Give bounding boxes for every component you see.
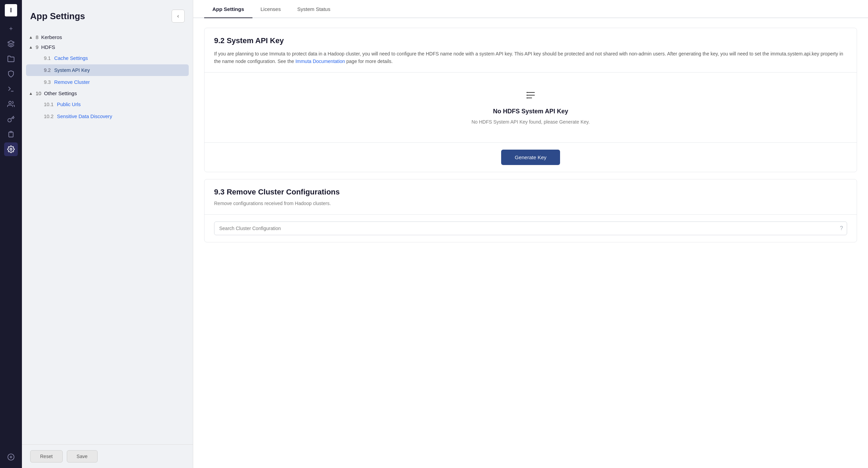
plus-icon[interactable]: + (4, 22, 18, 36)
svg-point-4 (10, 148, 12, 150)
sidebar-nav: ▲ 8 Kerberos ▲ 9 HDFS 9.1 Cache Settings… (22, 29, 193, 444)
svg-point-12 (527, 94, 528, 96)
sidebar-item-system-api-key[interactable]: 9.2 System API Key (26, 64, 189, 76)
nav-item-label: Sensitive Data Discovery (57, 114, 112, 119)
svg-point-11 (527, 92, 528, 93)
nav-item-num: 9.1 (44, 55, 51, 61)
tabs-bar: App Settings Licenses System Status (193, 0, 868, 18)
tab-licenses[interactable]: Licenses (252, 0, 289, 18)
sidebar-item-other-settings[interactable]: ▲ 10 Other Settings (22, 88, 193, 98)
remove-cluster-body: 9.3 Remove Cluster Configurations Remove… (204, 179, 857, 214)
layers-icon[interactable] (4, 37, 18, 51)
main-content: App Settings Licenses System Status 9.2 … (193, 0, 868, 468)
nav-item-num: 10.1 (44, 102, 53, 107)
svg-marker-0 (8, 41, 14, 44)
sidebar-item-cache-settings[interactable]: 9.1 Cache Settings (26, 52, 189, 64)
system-api-key-header: 9.2 System API Key If you are planning t… (204, 28, 857, 73)
remove-cluster-title: 9.3 Remove Cluster Configurations (214, 188, 847, 197)
empty-subtitle: No HDFS System API Key found, please Gen… (471, 119, 590, 125)
folder-icon[interactable] (4, 52, 18, 66)
search-input-wrap: ? (214, 222, 847, 235)
nav-item-label: System API Key (54, 67, 90, 73)
nav-item-label: Public Urls (57, 102, 80, 107)
sidebar-item-public-urls[interactable]: 10.1 Public Urls (26, 99, 189, 110)
nav-item-num: 9.2 (44, 67, 51, 73)
save-button[interactable]: Save (67, 450, 98, 463)
remove-cluster-card: 9.3 Remove Cluster Configurations Remove… (204, 179, 857, 242)
remove-cluster-desc: Remove configurations received from Hado… (214, 201, 847, 206)
empty-list-icon (525, 90, 536, 102)
system-api-key-title: 9.2 System API Key (214, 36, 847, 45)
nav-bar: I + (0, 0, 22, 468)
generate-key-button[interactable]: Generate Key (501, 150, 560, 165)
collapse-button[interactable]: ‹ (172, 10, 185, 23)
svg-point-2 (9, 101, 11, 104)
nav-item-num: 9.3 (44, 79, 51, 85)
sidebar-item-kerberos[interactable]: ▲ 8 Kerberos (22, 32, 193, 42)
svg-rect-3 (10, 131, 12, 133)
sidebar-title: App Settings (30, 11, 85, 22)
empty-title: No HDFS System API Key (493, 108, 568, 115)
section-label: HDFS (41, 44, 55, 50)
terminal-icon[interactable] (4, 82, 18, 96)
system-api-key-card: 9.2 System API Key If you are planning t… (204, 28, 857, 172)
sidebar-item-sensitive-data[interactable]: 10.2 Sensitive Data Discovery (26, 111, 189, 122)
section-label: Other Settings (44, 90, 77, 96)
desc-text-after: page for more details. (345, 59, 393, 64)
immuta-docs-link[interactable]: Immuta Documentation (295, 59, 345, 64)
empty-state: No HDFS System API Key No HDFS System AP… (204, 73, 857, 143)
clipboard-icon[interactable] (4, 127, 18, 141)
sidebar-header: App Settings ‹ (22, 0, 193, 29)
expand-icon[interactable] (4, 450, 18, 464)
tab-system-status[interactable]: System Status (289, 0, 339, 18)
generate-key-action: Generate Key (204, 143, 857, 172)
chevron-up-icon: ▲ (29, 91, 33, 96)
search-row: ? (204, 214, 857, 242)
section-num: 10 (36, 90, 41, 96)
reset-button[interactable]: Reset (30, 450, 63, 463)
sidebar-item-remove-cluster[interactable]: 9.3 Remove Cluster (26, 76, 189, 88)
nav-item-num: 10.2 (44, 114, 53, 119)
content-area: 9.2 System API Key If you are planning t… (193, 18, 868, 252)
sidebar: App Settings ‹ ▲ 8 Kerberos ▲ 9 HDFS 9.1… (22, 0, 193, 468)
svg-point-13 (527, 97, 528, 98)
sidebar-footer: Reset Save (22, 444, 193, 468)
help-icon: ? (840, 225, 843, 231)
tab-app-settings[interactable]: App Settings (204, 0, 252, 18)
users-icon[interactable] (4, 97, 18, 111)
section-label: Kerberos (41, 34, 62, 40)
section-num: 8 (36, 34, 38, 40)
chevron-up-icon: ▲ (29, 35, 33, 40)
sidebar-item-hdfs[interactable]: ▲ 9 HDFS (22, 42, 193, 52)
section-num: 9 (36, 44, 38, 50)
search-cluster-input[interactable] (214, 222, 847, 235)
chevron-up-icon: ▲ (29, 45, 33, 50)
key-icon[interactable] (4, 112, 18, 126)
system-api-key-desc: If you are planning to use Immuta to pro… (214, 50, 847, 65)
shield-icon[interactable] (4, 67, 18, 81)
settings-icon[interactable] (4, 142, 18, 156)
app-logo: I (5, 4, 17, 16)
nav-item-label: Cache Settings (54, 55, 88, 61)
nav-item-label: Remove Cluster (54, 79, 90, 85)
